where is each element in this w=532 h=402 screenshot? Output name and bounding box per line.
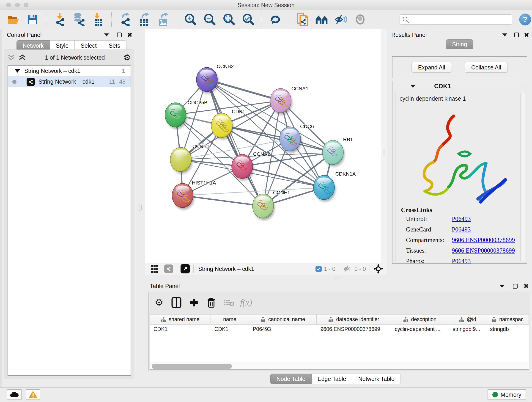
- protein-collapse-icon[interactable]: [410, 85, 415, 88]
- selected-nodes-checkbox[interactable]: [316, 266, 322, 272]
- expand-all-button[interactable]: Expand All: [412, 62, 452, 73]
- panel-float-icon[interactable]: [513, 284, 518, 288]
- tab-edge-table[interactable]: Edge Table: [312, 374, 352, 384]
- crosslink-link[interactable]: P06493: [452, 216, 471, 223]
- panel-float-icon[interactable]: [514, 32, 519, 37]
- panel-menu-icon[interactable]: [500, 285, 505, 288]
- help-button[interactable]: ?: [519, 13, 531, 26]
- tab-node-table[interactable]: Node Table: [270, 374, 312, 384]
- warnings-button[interactable]: [26, 389, 40, 400]
- tab-string[interactable]: String: [446, 39, 473, 49]
- panel-close-icon[interactable]: ✖: [524, 283, 529, 289]
- table-cell[interactable]: cyclin-dependent ...: [391, 325, 449, 334]
- expand-all-icon[interactable]: [19, 54, 26, 61]
- tab-network-table[interactable]: Network Table: [352, 374, 401, 384]
- panel-menu-icon[interactable]: [104, 33, 109, 36]
- delete-column-button[interactable]: [205, 296, 217, 309]
- export-network-button[interactable]: [119, 13, 132, 26]
- panel-close-icon[interactable]: ✖: [127, 32, 133, 38]
- left-splitter[interactable]: [136, 29, 145, 387]
- horizontal-splitter[interactable]: [145, 274, 532, 281]
- crosslink-link[interactable]: P06493: [452, 258, 471, 265]
- splitter-grip[interactable]: [383, 149, 385, 156]
- table-row[interactable]: CDK1CDK1P064939606.ENSP00000378699cyclin…: [150, 325, 529, 334]
- network-row-selected[interactable]: String Network – cdk1 11 48: [8, 76, 131, 87]
- import-table-button[interactable]: [92, 13, 104, 26]
- column-header-name[interactable]: name: [211, 314, 249, 324]
- scrollbar-thumb[interactable]: [152, 364, 232, 369]
- memory-button[interactable]: Memory: [488, 389, 526, 400]
- birds-eye-view-button[interactable]: [181, 264, 190, 274]
- save-session-button[interactable]: [26, 13, 39, 26]
- column-header--id[interactable]: @id: [449, 314, 486, 324]
- network-node-CDC25B[interactable]: [165, 103, 187, 129]
- search-input[interactable]: [399, 14, 512, 25]
- panel-close-icon[interactable]: ✖: [524, 32, 529, 38]
- panel-menu-icon[interactable]: [502, 33, 507, 36]
- grid-view-button[interactable]: [151, 262, 158, 275]
- hidden-eye-slash-icon[interactable]: [343, 265, 352, 273]
- column-label: canonical name: [268, 316, 305, 322]
- network-node-HIST1H1A[interactable]: [172, 183, 194, 210]
- crosshair-move-icon[interactable]: [374, 264, 383, 274]
- splitter-grip[interactable]: [335, 277, 341, 279]
- network-node-CDK1[interactable]: [211, 113, 234, 140]
- show-columns-button[interactable]: [170, 296, 183, 309]
- table-cell[interactable]: CDK1: [150, 325, 211, 334]
- network-edge-CCNE1-HIST1H1A[interactable]: [183, 196, 263, 206]
- network-node-CCNE1[interactable]: [253, 194, 275, 220]
- network-overview-button[interactable]: [164, 264, 173, 273]
- table-options-button[interactable]: ⚙: [153, 296, 165, 309]
- network-node-CCNB2[interactable]: [196, 67, 219, 94]
- cloud-status-button[interactable]: [7, 389, 22, 400]
- table-hscrollbar[interactable]: [150, 363, 529, 370]
- results-scrollbar[interactable]: [522, 93, 525, 261]
- refresh-layout-button[interactable]: [269, 13, 282, 26]
- zoom-in-button[interactable]: [184, 13, 197, 26]
- network-collection-row[interactable]: String Network – cdk1 1: [8, 65, 131, 76]
- column-header-description[interactable]: description: [391, 314, 449, 324]
- zoom-selected-button[interactable]: [242, 13, 255, 26]
- table-cell[interactable]: stringdb:9...: [449, 325, 486, 334]
- network-node-CCNA1[interactable]: [270, 89, 292, 115]
- table-cell[interactable]: 9606.ENSP00000378699: [317, 325, 391, 334]
- column-header-canonical-name[interactable]: canonical name: [249, 314, 317, 324]
- splitter-grip[interactable]: [139, 204, 142, 211]
- crosslink-link[interactable]: P06493: [452, 226, 471, 233]
- show-all-button[interactable]: [354, 13, 367, 26]
- create-column-button[interactable]: [188, 296, 200, 309]
- collection-expand-icon[interactable]: [15, 69, 20, 73]
- network-node-CDKN1A[interactable]: [313, 175, 336, 202]
- export-table-button[interactable]: [138, 13, 151, 26]
- network-canvas[interactable]: CCNB2CCNA1CDC25BCDK1CDC6RB1CCNB1CCNA2CDK…: [145, 29, 381, 263]
- open-session-button[interactable]: [7, 13, 20, 26]
- network-node-RB1[interactable]: [322, 140, 345, 167]
- panel-float-icon[interactable]: [117, 32, 122, 37]
- nested-networks-button[interactable]: [315, 13, 328, 26]
- import-database-button[interactable]: [72, 13, 85, 26]
- collapse-all-icon[interactable]: [7, 54, 15, 61]
- table-cell[interactable]: stringdb: [486, 325, 529, 334]
- right-splitter[interactable]: [381, 29, 387, 274]
- collapse-all-button[interactable]: Collapse All: [465, 62, 508, 73]
- network-node-CCNB1[interactable]: [170, 147, 192, 174]
- hide-selected-button[interactable]: [335, 13, 347, 26]
- clone-network-button[interactable]: [296, 13, 309, 26]
- delete-table-button[interactable]: [222, 296, 235, 309]
- zoom-fit-button[interactable]: [223, 13, 235, 26]
- crosslink-row: Compartments:9606.ENSP00000378699: [406, 236, 517, 244]
- network-graph[interactable]: CCNB2CCNA1CDC25BCDK1CDC6RB1CCNB1CCNA2CDK…: [145, 29, 381, 263]
- crosslink-link[interactable]: 9606.ENSP00000378699: [452, 247, 515, 254]
- network-edge-CCNB2-CCNE1[interactable]: [207, 80, 263, 206]
- column-header-namespac[interactable]: namespac: [486, 314, 529, 324]
- column-header-database-identifier[interactable]: database identifier: [317, 314, 391, 324]
- import-network-button[interactable]: [53, 13, 66, 26]
- crosslink-link[interactable]: 9606.ENSP00000378699: [452, 236, 515, 244]
- table-cell[interactable]: P06493: [249, 325, 317, 334]
- network-options-gear-icon[interactable]: ⚙: [123, 53, 131, 62]
- column-header-shared-name[interactable]: shared name: [150, 314, 211, 324]
- function-builder-button[interactable]: f(x): [240, 296, 252, 309]
- table-cell[interactable]: CDK1: [211, 325, 249, 334]
- zoom-out-button[interactable]: [203, 13, 216, 26]
- export-image-button[interactable]: [157, 13, 170, 26]
